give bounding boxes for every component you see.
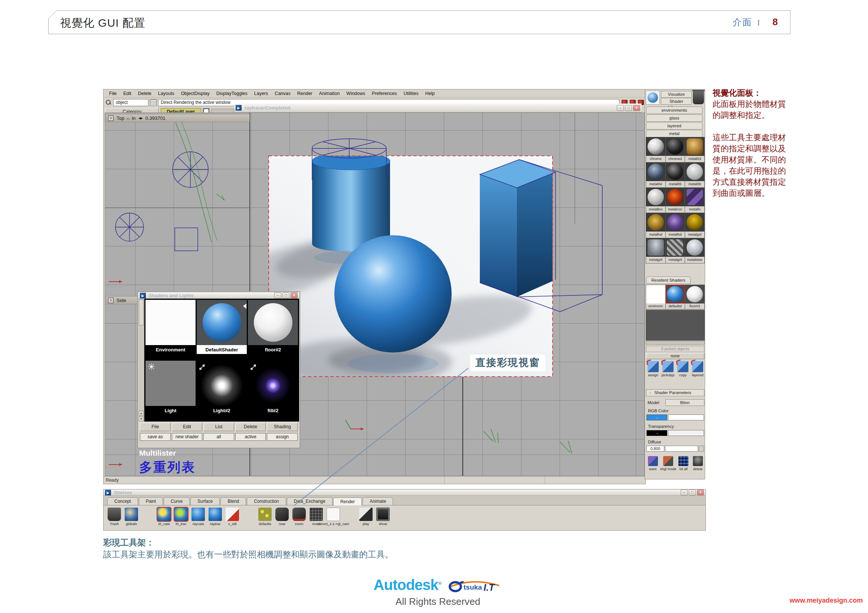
material-swatch[interactable]: metalgol [685, 213, 704, 238]
shelf-tool[interactable]: canvct_1:1->gl_cam [326, 508, 341, 526]
list-icon[interactable] [150, 99, 157, 106]
shelf-tab[interactable]: Animate [363, 497, 393, 505]
material-swatch[interactable]: chrome2 [666, 137, 685, 162]
maximize-button[interactable]: □ [625, 105, 632, 111]
shader-swatch-defaultshader[interactable]: DefaultShader [197, 300, 247, 359]
material-swatch[interactable]: metalfo [685, 188, 704, 213]
display-tool[interactable]: lst all [676, 456, 691, 471]
shelf-tool[interactable]: lrt_cast [156, 508, 172, 526]
transparency-field[interactable] [668, 430, 704, 436]
shelf-tool[interactable]: now [274, 508, 290, 526]
library-tab[interactable]: metal [646, 130, 702, 137]
shaders-action-button[interactable]: active [235, 433, 266, 441]
shader-list-area[interactable] [646, 310, 705, 341]
display-tool[interactable]: delete [691, 456, 705, 471]
shader-swatch-floor2[interactable]: floor#2 [248, 300, 298, 359]
close-button[interactable]: × [633, 105, 640, 111]
shader-swatch-light2[interactable]: Light#2 [197, 361, 247, 420]
library-tab[interactable]: layered [646, 122, 702, 130]
library-tab[interactable]: environments [646, 107, 702, 114]
assign-tool[interactable]: copy [676, 361, 690, 377]
menu-item[interactable]: Render [294, 91, 316, 96]
close-button[interactable]: × [291, 293, 298, 298]
rgb-field[interactable] [668, 415, 704, 420]
raytracer-window-titlebar[interactable]: ▶ raytracerCompleted. – □ × [234, 104, 642, 112]
shelf-tab[interactable]: Paint [139, 497, 163, 505]
shaders-menu-button[interactable]: Delete [235, 423, 266, 431]
rgb-swatch[interactable]: → [646, 415, 667, 420]
shelves-titlebar[interactable]: ▶ Shelves – □ × [104, 489, 705, 496]
shader-swatch-light[interactable]: Light [146, 361, 195, 420]
maximize-button[interactable]: □ [689, 489, 696, 495]
shelf-tool[interactable]: Trash [107, 508, 122, 526]
assign-tool[interactable]: pickobjs [660, 361, 676, 377]
menu-item[interactable]: DisplayToggles [213, 91, 251, 96]
shaders-window-titlebar[interactable]: ▶ Shaders and Lights – □ × [138, 293, 299, 299]
model-value-button[interactable]: Blinn [665, 399, 704, 406]
minimize-button[interactable]: – [274, 293, 281, 298]
close-button[interactable]: × [697, 489, 704, 495]
material-swatch[interactable]: metal03 [685, 137, 704, 162]
menu-item[interactable]: Layers [251, 91, 272, 96]
material-swatch[interactable]: metalfoil [666, 213, 685, 238]
menu-item[interactable]: Edit [120, 91, 135, 96]
shelf-tab[interactable]: Construction [247, 497, 286, 505]
shelf-tool[interactable]: globals [124, 508, 139, 526]
shaders-menu-button[interactable]: List [203, 423, 234, 431]
visualize-label[interactable]: Visualize [661, 91, 692, 98]
shaders-menu-button[interactable]: Shading [267, 423, 298, 431]
menu-item[interactable]: Windows [343, 91, 369, 96]
minimize-button[interactable]: – [617, 105, 624, 111]
menu-item[interactable]: Layouts [155, 91, 178, 96]
menu-item[interactable]: Preferences [369, 91, 400, 96]
resident-shader-swatch[interactable]: defaultsl [666, 285, 685, 309]
material-swatch[interactable]: chrome [646, 137, 665, 162]
material-swatch[interactable]: metalbru [646, 188, 665, 213]
scrollbar-thumb[interactable] [139, 299, 144, 325]
display-tool[interactable]: shgl mode [660, 456, 676, 471]
shader-swatch-fill2[interactable]: fill#2 [248, 361, 298, 420]
menu-item[interactable]: File [106, 91, 120, 96]
scroll-up-icon[interactable]: ▲ [139, 411, 144, 416]
shelf-tab[interactable]: Data_Exchange [287, 497, 333, 505]
none-button[interactable]: none [646, 353, 704, 359]
horizontal-scrollbar[interactable] [646, 341, 705, 345]
shaders-action-button[interactable]: save as [140, 433, 171, 441]
shelf-tab[interactable]: Surface [191, 497, 220, 505]
shelf-tab[interactable]: Curve [164, 497, 190, 505]
collapse-icon[interactable]: ↑ [649, 391, 651, 395]
shader-parameters-header[interactable]: ↑Shader Parameters [646, 389, 704, 396]
viewport-close-icon[interactable]: × [108, 297, 113, 303]
transparency-slider[interactable]: → [646, 430, 704, 436]
shelf-tool[interactable]: defaults [257, 508, 273, 526]
resident-shader-swatch[interactable]: floor#2 [685, 285, 704, 309]
resident-shaders-tab[interactable]: Resident Shaders [646, 276, 691, 284]
shaders-menu-button[interactable]: Edit [172, 423, 203, 431]
viewport-close-icon[interactable]: × [108, 115, 113, 121]
minimize-button[interactable]: – [680, 489, 688, 495]
shaders-action-button[interactable]: assign [267, 433, 298, 441]
viewport-header-top[interactable]: × Top ↔ in ◀▶ 0.393701 [106, 114, 250, 122]
shaders-action-button[interactable]: new shader [172, 433, 203, 441]
menu-item[interactable]: ObjectDisplay [178, 91, 213, 96]
transparency-swatch[interactable]: → [646, 430, 667, 436]
trash-icon[interactable] [693, 91, 704, 104]
material-swatch[interactable]: metal04 [646, 163, 665, 187]
menu-item[interactable]: Animation [316, 91, 343, 96]
material-swatch[interactable]: metal05 [666, 163, 685, 187]
shelf-tab[interactable]: Render [333, 498, 362, 505]
material-swatch[interactable]: metalgril [666, 238, 685, 263]
menu-item[interactable]: Help [422, 91, 438, 96]
shelf-tool[interactable]: play [358, 508, 374, 526]
material-swatch[interactable]: metalfoil [646, 213, 665, 238]
display-tool[interactable]: ware [646, 456, 660, 471]
scrollbar[interactable]: ▲ ▼ [138, 299, 144, 421]
shelf-tab[interactable]: Blend [220, 497, 246, 505]
assign-tool[interactable]: assign [646, 361, 660, 377]
menu-item[interactable]: Delete [135, 91, 155, 96]
rgb-color-slider[interactable]: → [646, 415, 704, 420]
shelf-tool[interactable]: raytrac [208, 508, 223, 526]
material-swatch[interactable]: metalstee [685, 238, 704, 263]
shelf-tool[interactable]: zoom [291, 508, 307, 526]
diffuse-track[interactable] [665, 446, 698, 452]
